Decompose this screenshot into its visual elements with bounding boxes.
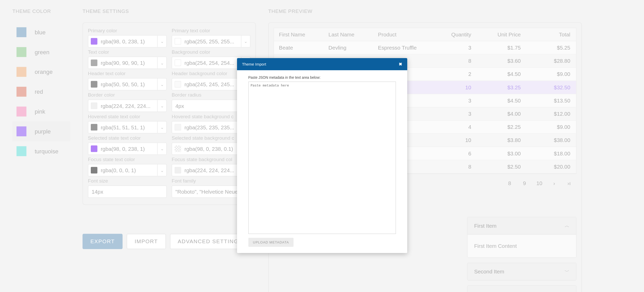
close-icon[interactable]: ✖ (399, 62, 402, 67)
upload-metadata-button[interactable]: UPLOAD METADATA (248, 238, 294, 247)
theme-import-modal: Theme Import ✖ Paste JSON metadata in th… (237, 58, 407, 253)
modal-body: Paste JSON metadata in the text area bel… (237, 70, 407, 253)
modal-overlay: Theme Import ✖ Paste JSON metadata in th… (0, 0, 644, 292)
modal-header: Theme Import ✖ (237, 58, 407, 70)
modal-title: Theme Import (242, 62, 266, 66)
metadata-textarea[interactable] (248, 82, 396, 234)
modal-instruction: Paste JSON metadata in the text area bel… (248, 75, 396, 80)
